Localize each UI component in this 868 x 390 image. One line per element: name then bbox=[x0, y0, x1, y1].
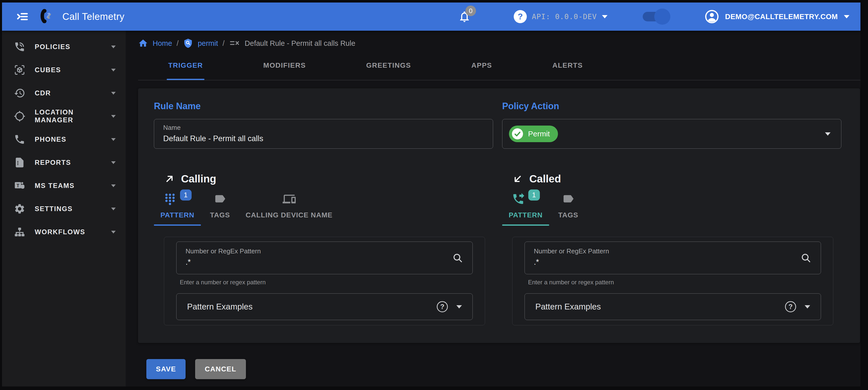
tab-apps[interactable]: APPS bbox=[441, 55, 522, 80]
tab-trigger[interactable]: TRIGGER bbox=[138, 55, 233, 80]
breadcrumb: Home / permit / Default Rule - Permit al… bbox=[138, 38, 861, 49]
policy-action-select[interactable]: Permit bbox=[502, 119, 841, 149]
arrow-up-right-icon bbox=[164, 173, 175, 184]
dialpad-icon bbox=[163, 192, 177, 206]
pattern-input-value: .* bbox=[186, 258, 447, 267]
tab-greetings[interactable]: GREETINGS bbox=[336, 55, 441, 80]
cancel-button[interactable]: CANCEL bbox=[195, 359, 246, 379]
gear-icon bbox=[13, 203, 26, 215]
tab-label: PATTERN bbox=[509, 211, 542, 219]
main-content: Home / permit / Default Rule - Permit al… bbox=[126, 31, 861, 387]
sidebar-item-label: POLICIES bbox=[35, 43, 111, 51]
sidebar-item-label: PHONES bbox=[35, 136, 111, 143]
tab-label: CALLING DEVICE NAME bbox=[246, 211, 333, 219]
search-icon[interactable] bbox=[452, 252, 463, 264]
arrow-down-left-icon bbox=[512, 173, 523, 184]
breadcrumb-separator: / bbox=[222, 39, 224, 48]
tab-calling-device-name[interactable]: CALLING DEVICE NAME bbox=[239, 192, 339, 226]
help-outline-icon: ? bbox=[437, 301, 448, 312]
rule-tabs: TRIGGER MODIFIERS GREETINGS APPS ALERTS bbox=[138, 55, 861, 80]
menu-toggle-button[interactable] bbox=[16, 10, 29, 23]
tab-label: TAGS bbox=[558, 211, 578, 219]
account-menu[interactable]: DEMO@CALLTELEMETRY.COM bbox=[705, 9, 849, 24]
policy-action-heading: Policy Action bbox=[502, 101, 841, 112]
tabs-divider bbox=[138, 80, 861, 80]
breadcrumb-policy-link[interactable]: permit bbox=[198, 39, 218, 48]
calling-header: Calling bbox=[154, 173, 493, 185]
sidebar-item-label: LOCATION MANAGER bbox=[35, 109, 111, 124]
sidebar-item-cubes[interactable]: CUBES bbox=[2, 58, 126, 82]
called-heading: Called bbox=[529, 173, 561, 185]
calling-pattern-panel: Number or RegEx Pattern .* Enter a numbe… bbox=[164, 237, 485, 325]
chevron-down-icon bbox=[844, 15, 849, 18]
chevron-down-icon bbox=[111, 231, 116, 234]
called-pattern-examples[interactable]: Pattern Examples ? bbox=[525, 293, 821, 320]
sidebar-item-label: WORKFLOWS bbox=[35, 228, 111, 236]
sidebar-item-label: MS TEAMS bbox=[35, 182, 111, 190]
topbar: Call Telemetry 0 ? API: 0.0.0-DEV bbox=[2, 2, 861, 31]
tab-called-pattern[interactable]: 1 PATTERN bbox=[502, 192, 549, 226]
pattern-examples-label: Pattern Examples bbox=[535, 302, 601, 311]
help-outline-icon: ? bbox=[785, 301, 796, 312]
trigger-form-card: Rule Name Name Default Rule - Permit all… bbox=[138, 88, 860, 343]
chevron-down-icon bbox=[111, 161, 116, 164]
chevron-down-icon bbox=[602, 15, 608, 18]
toggle-knob bbox=[654, 8, 670, 25]
call-telemetry-logo-icon bbox=[38, 8, 55, 25]
pattern-input-value: .* bbox=[534, 258, 795, 267]
account-email: DEMO@CALLTELEMETRY.COM bbox=[725, 12, 838, 21]
sidebar: POLICIES CUBES CDR LOCATION MANAGER PHON bbox=[2, 31, 126, 387]
sidebar-item-workflows[interactable]: WORKFLOWS bbox=[2, 220, 126, 244]
called-section: Called 1 PATTERN bbox=[502, 149, 841, 325]
chevron-down-icon bbox=[111, 92, 116, 95]
sidebar-item-phones[interactable]: PHONES bbox=[2, 128, 126, 151]
sidebar-item-ms-teams[interactable]: T MS TEAMS bbox=[2, 174, 126, 197]
calling-pattern-examples[interactable]: Pattern Examples ? bbox=[176, 293, 473, 320]
breadcrumb-separator: / bbox=[177, 39, 179, 48]
pattern-helper-text: Enter a number or regex pattern bbox=[528, 279, 821, 286]
rule-name-section: Rule Name Name Default Rule - Permit all… bbox=[154, 101, 493, 149]
tab-modifiers[interactable]: MODIFIERS bbox=[233, 55, 336, 80]
chevron-down-icon bbox=[111, 208, 116, 210]
calling-pattern-input[interactable]: Number or RegEx Pattern .* bbox=[176, 242, 473, 274]
sidebar-item-policies[interactable]: POLICIES bbox=[2, 35, 126, 58]
chevron-down-icon bbox=[825, 132, 831, 136]
app-title: Call Telemetry bbox=[62, 11, 124, 22]
notifications-button[interactable]: 0 bbox=[458, 10, 471, 23]
tab-called-tags[interactable]: TAGS bbox=[552, 192, 585, 226]
sidebar-item-reports[interactable]: REPORTS bbox=[2, 151, 126, 174]
tab-label: TAGS bbox=[210, 211, 230, 219]
pattern-input-label: Number or RegEx Pattern bbox=[186, 247, 447, 255]
tab-calling-tags[interactable]: TAGS bbox=[204, 192, 237, 226]
pattern-input-label: Number or RegEx Pattern bbox=[534, 247, 795, 255]
chevron-down-icon bbox=[111, 69, 116, 71]
chevron-down-icon bbox=[456, 305, 462, 308]
workflow-tree-icon bbox=[13, 226, 26, 238]
sidebar-item-location-manager[interactable]: LOCATION MANAGER bbox=[2, 105, 126, 128]
check-circle-icon bbox=[512, 128, 524, 140]
called-pattern-input[interactable]: Number or RegEx Pattern .* bbox=[525, 242, 821, 274]
tag-icon bbox=[562, 192, 575, 205]
chevron-down-icon bbox=[111, 138, 116, 141]
breadcrumb-home-link[interactable]: Home bbox=[153, 39, 172, 48]
called-tabs: 1 PATTERN TAGS bbox=[502, 192, 841, 226]
calling-heading: Calling bbox=[181, 173, 216, 185]
calling-pattern-count-badge: 1 bbox=[180, 189, 192, 201]
save-button[interactable]: SAVE bbox=[146, 359, 186, 379]
search-icon[interactable] bbox=[800, 252, 812, 264]
api-version-menu[interactable]: ? API: 0.0.0-DEV bbox=[514, 10, 607, 23]
sidebar-item-cdr[interactable]: CDR bbox=[2, 82, 126, 105]
tab-alerts[interactable]: ALERTS bbox=[522, 55, 613, 80]
rule-name-heading: Rule Name bbox=[154, 101, 493, 112]
rule-name-field[interactable]: Name Default Rule - Permit all calls bbox=[154, 119, 493, 149]
sidebar-item-settings[interactable]: SETTINGS bbox=[2, 197, 126, 220]
tab-label: PATTERN bbox=[160, 211, 194, 219]
moon-icon bbox=[658, 12, 666, 21]
report-doc-icon bbox=[13, 157, 26, 168]
permit-chip-label: Permit bbox=[528, 129, 550, 138]
tab-calling-pattern[interactable]: 1 PATTERN bbox=[154, 192, 201, 226]
home-icon bbox=[138, 38, 148, 48]
rule-list-icon bbox=[229, 38, 240, 49]
dark-mode-toggle[interactable] bbox=[643, 12, 667, 21]
policy-action-section: Policy Action Permit bbox=[502, 101, 841, 149]
